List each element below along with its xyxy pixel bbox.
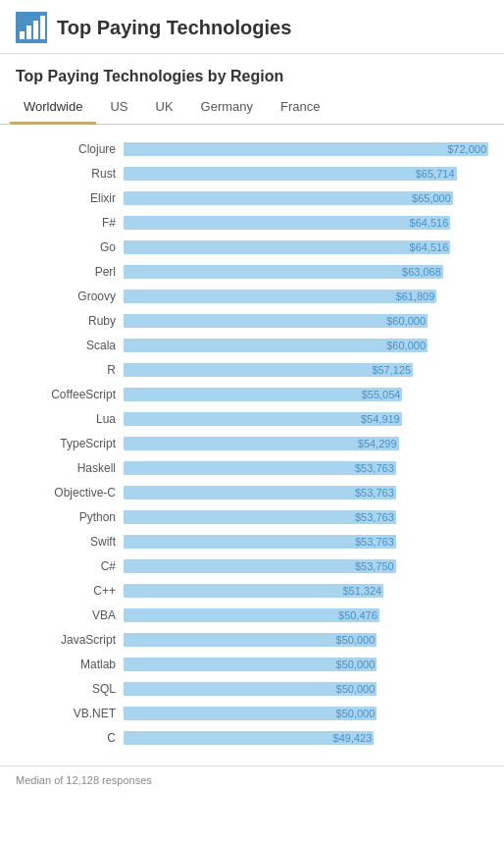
bar-label: Scala [16, 339, 124, 352]
bar-row: Lua$54,919 [16, 408, 488, 430]
bar-wrap: $54,919 [124, 410, 488, 428]
bar-wrap: $53,763 [124, 484, 488, 501]
bar-row: Ruby$60,000 [16, 310, 488, 332]
bar-row: Rust$65,714 [16, 163, 488, 184]
bar-value-label: $49,423 [333, 732, 373, 744]
bar-row: Python$53,763 [16, 506, 488, 528]
bar-value-label: $65,000 [412, 192, 451, 204]
header-icon [16, 12, 47, 43]
bar-fill: $50,000 [124, 707, 377, 720]
bar-label: Go [16, 240, 124, 254]
bar-label: VB.NET [16, 707, 124, 720]
bar-wrap: $53,763 [124, 459, 488, 477]
bar-wrap: $55,054 [124, 386, 488, 403]
bar-fill: $61,809 [124, 290, 436, 303]
bar-value-label: $64,516 [410, 241, 449, 253]
bar-fill: $50,476 [124, 608, 379, 622]
bar-fill: $53,763 [124, 535, 396, 549]
bar-label: VBA [16, 608, 124, 622]
bar-label: Elixir [16, 191, 124, 205]
bar-label: JavaScript [16, 633, 124, 647]
bar-label: TypeScript [16, 437, 124, 450]
bar-value-label: $50,476 [338, 609, 378, 621]
bar-fill: $72,000 [124, 142, 488, 156]
bar-label: R [16, 363, 124, 377]
bar-fill: $60,000 [124, 314, 428, 328]
bar-fill: $50,000 [124, 682, 377, 696]
bar-value-label: $55,054 [362, 389, 401, 400]
bar-wrap: $50,000 [124, 705, 488, 722]
bar-label: SQL [16, 682, 124, 696]
bar-row: Scala$60,000 [16, 335, 488, 356]
bar-label: Lua [16, 412, 124, 426]
region-tabs: WorldwideUSUKGermanyFrance [0, 91, 504, 125]
bar-wrap: $60,000 [124, 337, 488, 354]
bar-wrap: $50,000 [124, 631, 488, 649]
tab-worldwide[interactable]: Worldwide [10, 91, 96, 125]
bar-fill: $50,000 [124, 633, 377, 647]
bar-fill: $63,068 [124, 265, 443, 279]
bar-fill: $54,299 [124, 437, 399, 450]
bar-row: CoffeeScript$55,054 [16, 384, 488, 405]
bar-wrap: $54,299 [124, 435, 488, 452]
bar-label: Rust [16, 167, 124, 181]
bar-value-label: $63,068 [402, 266, 441, 278]
svg-rect-2 [33, 21, 38, 39]
tab-germany[interactable]: Germany [187, 91, 267, 125]
bar-chart: Clojure$72,000Rust$65,714Elixir$65,000F#… [0, 134, 504, 760]
bar-wrap: $53,763 [124, 533, 488, 551]
section-title: Top Paying Technologies by Region [0, 54, 504, 91]
bar-label: Objective-C [16, 486, 124, 500]
bar-fill: $53,763 [124, 461, 396, 475]
bar-wrap: $64,516 [124, 214, 488, 232]
bar-fill: $49,423 [124, 731, 374, 745]
bar-value-label: $54,299 [358, 438, 397, 449]
tab-us[interactable]: US [96, 91, 141, 125]
page-header: Top Paying Technologies [0, 0, 504, 54]
bar-label: Haskell [16, 461, 124, 475]
bar-label: Python [16, 510, 124, 524]
bar-value-label: $51,324 [342, 585, 381, 597]
bar-label: C# [16, 559, 124, 573]
bar-value-label: $50,000 [336, 634, 376, 646]
bar-value-label: $53,750 [355, 560, 394, 572]
bar-label: C++ [16, 584, 124, 598]
bar-fill: $65,714 [124, 167, 457, 181]
bar-fill: $64,516 [124, 240, 450, 254]
bar-value-label: $61,809 [396, 290, 435, 302]
bar-value-label: $53,763 [355, 536, 394, 548]
bar-row: C++$51,324 [16, 580, 488, 602]
bar-wrap: $50,476 [124, 606, 488, 624]
bar-value-label: $64,516 [410, 217, 449, 229]
svg-rect-0 [20, 31, 25, 39]
bar-row: Perl$63,068 [16, 261, 488, 283]
bar-value-label: $60,000 [386, 315, 426, 327]
bar-label: F# [16, 216, 124, 230]
bar-row: Matlab$50,000 [16, 654, 488, 675]
bar-value-label: $60,000 [386, 340, 426, 351]
bar-row: Objective-C$53,763 [16, 482, 488, 503]
bar-label: Groovy [16, 290, 124, 303]
tab-france[interactable]: France [267, 91, 333, 125]
bar-wrap: $50,000 [124, 656, 488, 673]
bar-wrap: $63,068 [124, 263, 488, 281]
bar-wrap: $49,423 [124, 729, 488, 747]
footer-note: Median of 12,128 responses [0, 765, 504, 798]
page-title: Top Paying Technologies [57, 17, 291, 39]
bar-row: C#$53,750 [16, 555, 488, 577]
bar-fill: $65,000 [124, 191, 453, 205]
bar-label: Ruby [16, 314, 124, 328]
bar-fill: $64,516 [124, 216, 450, 230]
bar-wrap: $65,000 [124, 189, 488, 207]
bar-label: C [16, 731, 124, 745]
bar-wrap: $65,714 [124, 165, 488, 183]
bar-value-label: $54,919 [361, 413, 400, 425]
bar-label: Clojure [16, 142, 124, 156]
bar-label: CoffeeScript [16, 388, 124, 401]
bar-row: JavaScript$50,000 [16, 629, 488, 651]
bar-fill: $51,324 [124, 584, 383, 598]
bar-fill: $53,750 [124, 559, 396, 573]
bar-row: Haskell$53,763 [16, 457, 488, 479]
bar-label: Perl [16, 265, 124, 279]
tab-uk[interactable]: UK [142, 91, 187, 125]
